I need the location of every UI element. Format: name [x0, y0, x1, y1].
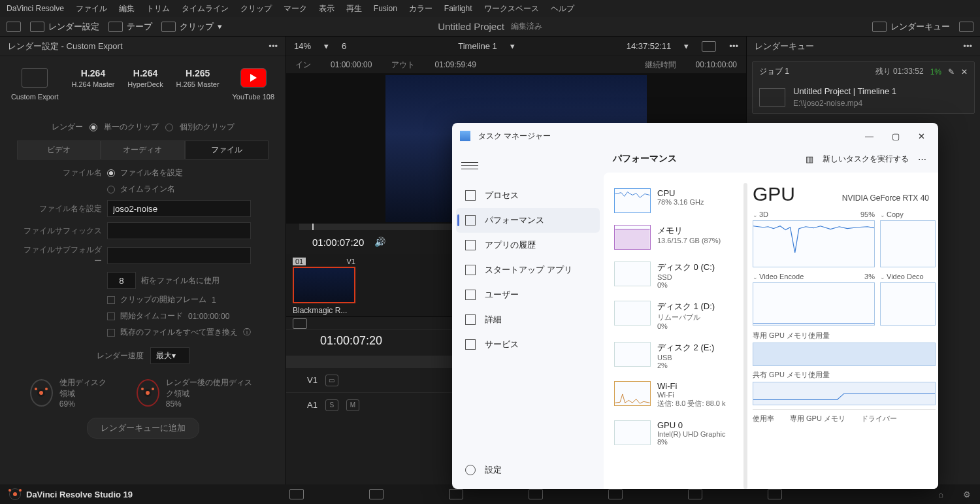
tab-audio[interactable]: オーディオ	[101, 141, 184, 160]
close-icon[interactable]: ✕	[961, 67, 968, 76]
nav-history[interactable]: アプリの履歴	[456, 233, 600, 258]
nav-performance[interactable]: パフォーマンス	[456, 208, 600, 233]
preset-h264[interactable]: H.264H.264 Master	[71, 68, 114, 101]
perf-disk0[interactable]: ディスク 0 (C:)SSD0%	[614, 256, 738, 295]
deliver-page-icon[interactable]	[768, 489, 782, 499]
perf-gpu0[interactable]: GPU 0Intel(R) UHD Graphic8%	[614, 415, 738, 452]
close-icon[interactable]: ✕	[918, 131, 925, 141]
menu-fusion[interactable]: Fusion	[374, 4, 397, 13]
individual-clip-radio[interactable]	[165, 124, 173, 131]
menu-playback[interactable]: 再生	[346, 3, 362, 14]
add-to-queue-button[interactable]: レンダーキューに追加	[87, 418, 199, 439]
gpu-3d-graph	[753, 220, 875, 267]
nav-startup[interactable]: スタートアップ アプリ	[456, 258, 600, 282]
clip-button[interactable]: クリップ ▾	[161, 21, 222, 33]
gear-icon[interactable]: ⚙	[963, 490, 971, 499]
single-clip-radio[interactable]	[90, 124, 97, 131]
menu-color[interactable]: カラー	[409, 3, 433, 14]
kebab-icon[interactable]: •••	[269, 41, 278, 51]
chevron-down-icon[interactable]: ▾	[684, 41, 689, 51]
track-v1-label[interactable]: V1	[307, 375, 318, 385]
home-icon[interactable]: ⌂	[938, 490, 943, 499]
menu-fairlight[interactable]: Fairlight	[444, 4, 472, 13]
preset-hyperdeck[interactable]: H.264HyperDeck	[127, 68, 163, 101]
tab-file[interactable]: ファイル	[185, 141, 269, 160]
volume-icon[interactable]: 🔊	[374, 237, 385, 247]
digits-input[interactable]	[107, 272, 136, 289]
menu-edit[interactable]: 編集	[119, 3, 135, 14]
hamburger-icon[interactable]	[461, 157, 478, 174]
chevron-down-icon[interactable]: ▾	[510, 41, 515, 51]
preset-youtube[interactable]: YouTube 108	[232, 68, 274, 101]
color-page-icon[interactable]	[608, 489, 623, 499]
filename-set-radio[interactable]	[107, 169, 115, 177]
media-page-icon[interactable]	[289, 489, 304, 499]
menu-trim[interactable]: トリム	[146, 3, 170, 14]
nav-processes[interactable]: プロセス	[456, 183, 600, 208]
menu-mark[interactable]: マーク	[284, 3, 307, 14]
perf-wifi[interactable]: Wi-FiWi-Fi送信: 8.0 受信: 88.0 k	[614, 376, 738, 415]
titlebar[interactable]: タスク マネージャー — ▢ ✕	[452, 123, 938, 149]
chevron-down-icon[interactable]: ▾	[324, 41, 329, 51]
kebab-icon[interactable]: •••	[729, 41, 738, 51]
solo-button[interactable]: S	[325, 399, 338, 411]
tape-button[interactable]: テープ	[108, 21, 152, 33]
tab-video[interactable]: ビデオ	[17, 141, 101, 160]
start-frame-check[interactable]	[107, 296, 115, 304]
preset-custom[interactable]: Custom Export	[11, 68, 59, 101]
menu-view[interactable]: 表示	[319, 3, 335, 14]
menu-file[interactable]: ファイル	[76, 3, 107, 14]
zoom-value[interactable]: 14%	[294, 41, 311, 51]
disk-usage-gauge	[30, 379, 53, 407]
menu-workspace[interactable]: ワークスペース	[484, 3, 539, 14]
filename-input[interactable]	[107, 200, 251, 217]
history-icon	[465, 240, 476, 250]
task-manager-window[interactable]: タスク マネージャー — ▢ ✕ プロセス パフォーマンス アプリの履歴 スター…	[452, 123, 938, 489]
perf-disk1[interactable]: ディスク 1 (D:)リムーバブル0%	[614, 295, 738, 337]
nav-services[interactable]: サービス	[456, 332, 600, 357]
clip-icon	[161, 22, 176, 32]
suffix-input[interactable]	[107, 222, 251, 239]
pencil-icon[interactable]: ✎	[948, 67, 955, 76]
mute-button[interactable]: M	[346, 399, 359, 411]
menu-timeline[interactable]: タイムライン	[182, 3, 229, 14]
scrollbar[interactable]	[743, 183, 747, 489]
monitor-icon[interactable]	[7, 22, 21, 32]
kebab-icon[interactable]: •••	[963, 41, 972, 51]
overwrite-check[interactable]	[107, 329, 115, 337]
nav-users[interactable]: ユーザー	[456, 282, 600, 307]
new-task-button[interactable]: 新しいタスクを実行する	[823, 154, 909, 165]
track-a1-label[interactable]: A1	[307, 400, 318, 410]
render-speed-select[interactable]: 最大 ▾	[150, 347, 189, 364]
perf-cpu[interactable]: CPU78% 3.16 GHz	[614, 183, 738, 220]
subfolder-input[interactable]	[107, 247, 251, 264]
expand-icon[interactable]	[959, 22, 973, 32]
edit-page-icon[interactable]	[449, 489, 463, 499]
minimize-icon[interactable]: —	[865, 131, 874, 141]
scrubber[interactable]	[312, 224, 314, 230]
timeline-options-icon[interactable]	[293, 318, 307, 329]
timeline-name[interactable]: Timeline 1	[458, 41, 497, 51]
render-queue-button[interactable]: レンダーキュー	[872, 21, 950, 33]
viewer-mode-icon[interactable]	[702, 41, 716, 52]
menu-help[interactable]: ヘルプ	[551, 3, 574, 14]
maximize-icon[interactable]: ▢	[892, 131, 900, 141]
render-job[interactable]: ジョブ 1 残り 01:33:52 1% ✎ ✕ Untitled Projec…	[752, 61, 975, 114]
render-settings-button[interactable]: レンダー設定	[30, 21, 99, 33]
info-icon[interactable]: ⓘ	[243, 327, 251, 338]
preset-h265[interactable]: H.265H.265 Master	[176, 68, 220, 101]
timeline-name-radio[interactable]	[107, 186, 115, 193]
perf-disk2[interactable]: ディスク 2 (E:)USB2%	[614, 337, 738, 376]
start-tc-check[interactable]	[107, 312, 115, 320]
perf-memory[interactable]: メモリ13.6/15.7 GB (87%)	[614, 220, 738, 256]
video-track-icon[interactable]: ▭	[325, 375, 338, 386]
clip-thumbnail[interactable]: 01V1 Blackmagic R...	[293, 258, 355, 312]
menu-clip[interactable]: クリップ	[240, 3, 272, 14]
cut-page-icon[interactable]	[369, 489, 384, 499]
nav-settings[interactable]: 設定	[456, 458, 511, 482]
panel-title: レンダー設定 - Custom Export	[8, 41, 123, 52]
fusion-page-icon[interactable]	[529, 489, 543, 499]
fairlight-page-icon[interactable]	[688, 489, 702, 499]
kebab-icon[interactable]: ⋯	[918, 154, 926, 164]
nav-details[interactable]: 詳細	[456, 307, 600, 332]
